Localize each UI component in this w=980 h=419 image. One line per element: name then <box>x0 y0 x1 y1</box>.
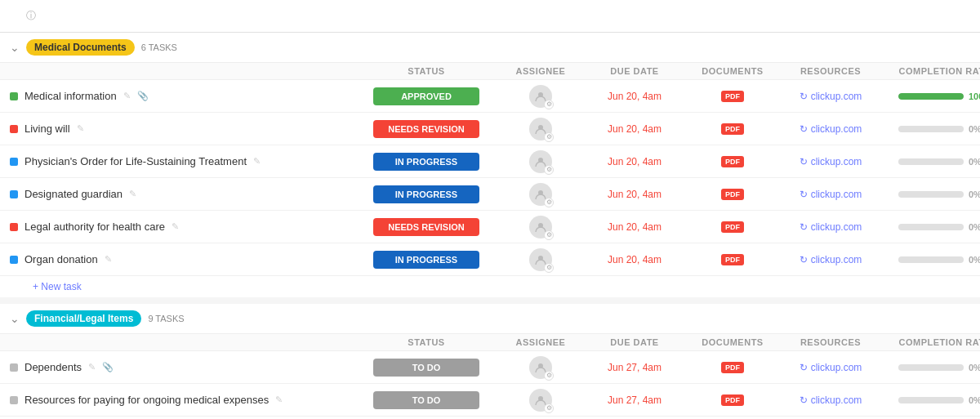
col-header-medical-6: COMPLETION RATE <box>884 66 980 76</box>
table-row: Legal authority for health care ✎ NEEDS … <box>0 211 980 243</box>
attach-icon[interactable]: 📎 <box>102 362 114 372</box>
col-header-financial-4: DOCUMENTS <box>688 337 777 347</box>
due-date-cell[interactable]: Jun 20, 4am <box>581 254 688 265</box>
status-cell: NEEDS REVISION <box>353 120 500 138</box>
status-badge[interactable]: NEEDS REVISION <box>373 218 479 236</box>
edit-icon[interactable]: ✎ <box>105 254 112 265</box>
due-date-cell[interactable]: Jun 20, 4am <box>581 221 688 233</box>
avatar[interactable]: ⚙ <box>529 248 552 271</box>
progress-text: 0% <box>969 395 980 405</box>
resource-link[interactable]: clickup.com <box>811 156 862 167</box>
resources-cell[interactable]: ↻ clickup.com <box>777 254 884 265</box>
task-name-cell: Physician's Order for Life-Sustaining Tr… <box>10 150 353 172</box>
documents-cell: PDF <box>688 221 777 233</box>
group-tasks-count-financial: 9 TASKS <box>148 314 184 323</box>
resources-cell[interactable]: ↻ clickup.com <box>777 362 884 373</box>
resources-cell[interactable]: ↻ clickup.com <box>777 189 884 200</box>
table-row: Dependents ✎ 📎 TO DO ⚙ Jun 27, 4amPDF ↻ … <box>0 351 980 384</box>
edit-icon[interactable]: ✎ <box>253 156 261 167</box>
resource-link[interactable]: clickup.com <box>811 254 862 265</box>
due-date-cell[interactable]: Jun 20, 4am <box>581 156 688 167</box>
attach-icon[interactable]: 📎 <box>137 91 149 101</box>
due-date-cell[interactable]: Jun 27, 4am <box>581 394 688 406</box>
resource-link[interactable]: clickup.com <box>811 189 862 200</box>
task-color-dot <box>10 223 18 231</box>
documents-cell: PDF <box>688 91 777 102</box>
group-badge-medical[interactable]: Medical Documents <box>26 39 135 56</box>
group-tasks-count-medical: 6 TASKS <box>141 42 177 52</box>
resource-link[interactable]: clickup.com <box>811 362 862 373</box>
resource-link[interactable]: clickup.com <box>811 91 862 102</box>
status-badge[interactable]: APPROVED <box>373 87 479 105</box>
edit-icon[interactable]: ✎ <box>275 394 283 405</box>
status-badge[interactable]: IN PROGRESS <box>373 251 479 269</box>
pdf-badge[interactable]: PDF <box>721 91 744 102</box>
col-header-financial-1: STATUS <box>353 337 500 347</box>
task-color-dot <box>10 396 18 404</box>
table-row: Physician's Order for Life-Sustaining Tr… <box>0 145 980 178</box>
avatar[interactable]: ⚙ <box>529 356 552 379</box>
task-name: Dependents <box>24 361 82 373</box>
resource-link[interactable]: clickup.com <box>811 394 862 406</box>
resources-cell[interactable]: ↻ clickup.com <box>777 156 884 167</box>
edit-icon[interactable]: ✎ <box>88 362 96 372</box>
info-icon[interactable]: ⓘ <box>26 9 36 23</box>
edit-icon[interactable]: ✎ <box>77 123 84 134</box>
sync-icon: ↻ <box>800 189 808 200</box>
due-date-cell[interactable]: Jun 20, 4am <box>581 91 688 102</box>
assignee-cell: ⚙ <box>500 183 581 206</box>
progress-text: 100% <box>969 91 980 101</box>
status-badge[interactable]: IN PROGRESS <box>373 185 479 203</box>
progress-text: 0% <box>969 189 980 199</box>
avatar-gear-icon: ⚙ <box>544 371 554 381</box>
due-date-cell[interactable]: Jun 27, 4am <box>581 362 688 373</box>
assignee-cell: ⚙ <box>500 248 581 271</box>
avatar[interactable]: ⚙ <box>529 85 552 108</box>
documents-cell: PDF <box>688 189 777 200</box>
documents-cell: PDF <box>688 156 777 167</box>
status-badge[interactable]: IN PROGRESS <box>373 153 479 171</box>
pdf-badge[interactable]: PDF <box>721 362 744 373</box>
resources-cell[interactable]: ↻ clickup.com <box>777 394 884 406</box>
avatar[interactable]: ⚙ <box>529 389 552 412</box>
documents-cell: PDF <box>688 254 777 265</box>
pdf-badge[interactable]: PDF <box>721 156 744 167</box>
status-badge[interactable]: TO DO <box>373 391 479 409</box>
group-badge-financial[interactable]: Financial/Legal Items <box>26 310 141 327</box>
status-cell: TO DO <box>353 391 500 409</box>
pdf-badge[interactable]: PDF <box>721 394 744 406</box>
resources-cell[interactable]: ↻ clickup.com <box>777 123 884 135</box>
task-name: Medical information <box>24 90 117 102</box>
avatar[interactable]: ⚙ <box>529 118 552 140</box>
pdf-badge[interactable]: PDF <box>721 254 744 265</box>
table-row: Resources for paying for ongoing medical… <box>0 384 980 417</box>
pdf-badge[interactable]: PDF <box>721 221 744 233</box>
due-date-cell[interactable]: Jun 20, 4am <box>581 123 688 135</box>
pdf-badge[interactable]: PDF <box>721 123 744 135</box>
group-separator <box>0 297 980 304</box>
completion-cell: 0% <box>884 157 980 167</box>
status-badge[interactable]: NEEDS REVISION <box>373 120 479 138</box>
task-name: Organ donation <box>24 253 98 265</box>
avatar[interactable]: ⚙ <box>529 216 552 238</box>
pdf-badge[interactable]: PDF <box>721 189 744 200</box>
group-toggle-medical[interactable]: ⌄ <box>10 41 20 54</box>
group-header-financial: ⌄ Financial/Legal Items 9 TASKS <box>0 304 980 334</box>
new-task-row[interactable]: + New task <box>0 276 980 297</box>
avatar[interactable]: ⚙ <box>529 183 552 206</box>
sync-icon: ↻ <box>800 362 808 373</box>
resources-cell[interactable]: ↻ clickup.com <box>777 91 884 102</box>
resource-link[interactable]: clickup.com <box>811 221 862 233</box>
edit-icon[interactable]: ✎ <box>129 189 136 199</box>
resources-cell[interactable]: ↻ clickup.com <box>777 221 884 233</box>
progress-text: 0% <box>969 157 980 167</box>
due-date-cell[interactable]: Jun 20, 4am <box>581 189 688 200</box>
resource-link[interactable]: clickup.com <box>811 123 862 135</box>
edit-icon[interactable]: ✎ <box>123 91 131 101</box>
group-toggle-financial[interactable]: ⌄ <box>10 312 20 325</box>
documents-cell: PDF <box>688 394 777 406</box>
edit-icon[interactable]: ✎ <box>172 221 179 232</box>
status-badge[interactable]: TO DO <box>373 359 479 377</box>
col-headers-financial: STATUSASSIGNEEDUE DATEDOCUMENTSRESOURCES… <box>0 334 980 351</box>
avatar[interactable]: ⚙ <box>529 150 552 173</box>
